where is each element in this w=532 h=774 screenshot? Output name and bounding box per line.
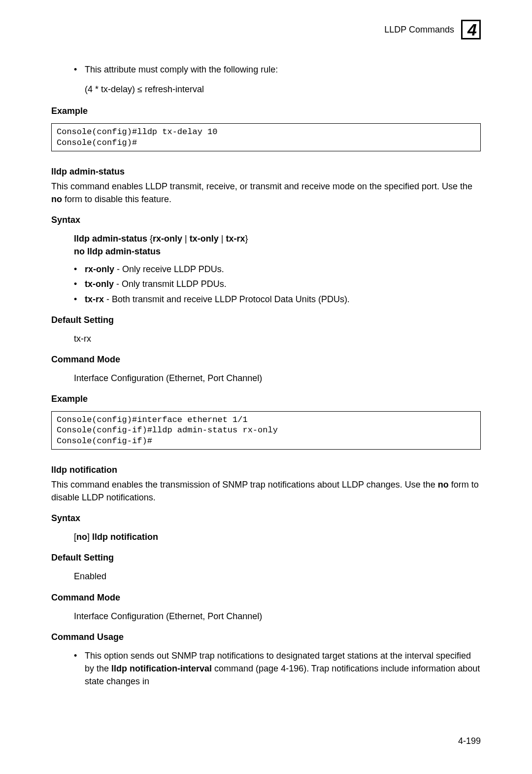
syntax-text: | (219, 234, 226, 244)
rule-bullet-list: • This attribute must comply with the fo… (74, 63, 481, 76)
bullet-icon: • (74, 649, 85, 688)
code-block: Console(config)#lldp tx-delay 10 Console… (51, 123, 481, 151)
page-number: 4-199 (458, 735, 481, 747)
syntax-text: { (147, 234, 153, 244)
usage-heading: Command Usage (51, 631, 481, 643)
rule-formula: (4 * tx-delay) ≤ refresh-interval (85, 83, 481, 96)
default-heading: Default Setting (51, 551, 481, 564)
desc-text: This command enables the transmission of… (51, 480, 438, 490)
option-name: tx-rx (85, 294, 104, 304)
syntax-keyword: lldp notification (92, 532, 158, 542)
chapter-number-badge: 4 (461, 20, 481, 39)
default-heading: Default Setting (51, 314, 481, 326)
option-name: tx-only (85, 279, 114, 289)
bullet-icon: • (74, 293, 85, 306)
desc-bold: no (438, 480, 449, 490)
page-content: LLDP Commands 4 • This attribute must co… (0, 0, 532, 688)
bullet-text: tx-rx - Both transmit and receive LLDP P… (85, 293, 481, 306)
list-item: • This option sends out SNMP trap notifi… (74, 649, 481, 688)
desc-text: form to disable this feature. (62, 194, 171, 204)
syntax-keyword: no (76, 532, 87, 542)
syntax-text: } (245, 234, 248, 244)
bullet-text: This attribute must comply with the foll… (85, 63, 481, 76)
option-desc: - Both transmit and receive LLDP Protoco… (104, 294, 350, 304)
command-description: This command enables LLDP transmit, rece… (51, 180, 481, 206)
options-bullet-list: • rx-only - Only receive LLDP PDUs. • tx… (74, 263, 481, 305)
syntax-keyword: tx-only (190, 234, 219, 244)
usage-bold: lldp notification-interval (111, 664, 212, 673)
mode-value: Interface Configuration (Ethernet, Port … (74, 372, 481, 385)
desc-text: This command enables LLDP transmit, rece… (51, 181, 472, 191)
code-block: Console(config)#interface ethernet 1/1 C… (51, 411, 481, 450)
command-title: lldp admin-status (51, 165, 481, 178)
syntax-line: lldp admin-status {rx-only | tx-only | t… (74, 232, 481, 245)
syntax-keyword: lldp admin-status (74, 234, 147, 244)
syntax-heading: Syntax (51, 213, 481, 226)
syntax-line: [no] lldp notification (74, 530, 481, 543)
syntax-keyword: tx-rx (226, 234, 245, 244)
syntax-block: [no] lldp notification (74, 530, 481, 543)
default-value: Enabled (74, 570, 481, 583)
bullet-icon: • (74, 63, 85, 76)
syntax-text: ] (87, 532, 92, 542)
list-item: • This attribute must comply with the fo… (74, 63, 481, 76)
mode-heading: Command Mode (51, 591, 481, 604)
mode-value: Interface Configuration (Ethernet, Port … (74, 610, 481, 623)
syntax-block: lldp admin-status {rx-only | tx-only | t… (74, 232, 481, 258)
usage-bullet-list: • This option sends out SNMP trap notifi… (74, 649, 481, 688)
header-section-title: LLDP Commands (384, 23, 454, 36)
bullet-icon: • (74, 278, 85, 290)
syntax-line: no lldp admin-status (74, 245, 481, 258)
list-item: • tx-only - Only transmit LLDP PDUs. (74, 278, 481, 290)
page-header: LLDP Commands 4 (51, 20, 481, 39)
bullet-text: This option sends out SNMP trap notifica… (85, 649, 481, 688)
option-desc: - Only transmit LLDP PDUs. (114, 279, 227, 289)
list-item: • tx-rx - Both transmit and receive LLDP… (74, 293, 481, 306)
default-value: tx-rx (74, 332, 481, 345)
syntax-keyword: rx-only (153, 234, 182, 244)
syntax-heading: Syntax (51, 512, 481, 525)
bullet-icon: • (74, 263, 85, 276)
option-desc: - Only receive LLDP PDUs. (114, 264, 224, 274)
option-name: rx-only (85, 264, 114, 274)
example-heading: Example (51, 105, 481, 117)
command-title: lldp notification (51, 463, 481, 476)
list-item: • rx-only - Only receive LLDP PDUs. (74, 263, 481, 276)
mode-heading: Command Mode (51, 353, 481, 366)
syntax-text: | (182, 234, 190, 244)
chapter-number: 4 (467, 21, 476, 38)
bullet-text: tx-only - Only transmit LLDP PDUs. (85, 278, 481, 290)
bullet-text: rx-only - Only receive LLDP PDUs. (85, 263, 481, 276)
example-heading: Example (51, 392, 481, 405)
desc-bold: no (51, 194, 62, 204)
command-description: This command enables the transmission of… (51, 478, 481, 504)
